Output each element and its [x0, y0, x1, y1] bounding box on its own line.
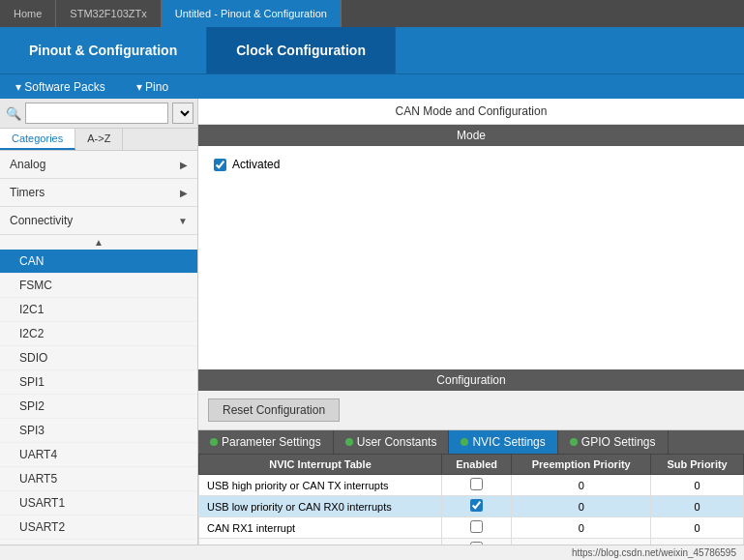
search-dropdown[interactable] — [172, 103, 193, 124]
tab-nvic-settings[interactable]: NVIC Settings — [449, 430, 557, 454]
config-header: Configuration — [198, 369, 744, 391]
panel-title: CAN Mode and Configuration — [198, 99, 744, 125]
tab-pinout[interactable]: Pinout & Configuration — [0, 27, 207, 74]
timers-arrow: ▶ — [180, 188, 188, 198]
activated-checkbox[interactable] — [214, 159, 226, 171]
reset-config-button[interactable]: Reset Configuration — [208, 398, 340, 422]
nvic-row-preemption: 0 — [512, 496, 651, 517]
timers-label: Timers — [10, 186, 45, 199]
tab-clock[interactable]: Clock Configuration — [207, 27, 396, 74]
software-packs-menu[interactable]: ▾ Software Packs — [0, 76, 121, 98]
user-dot — [345, 438, 353, 446]
nvic-row-name: CAN RX1 interrupt — [199, 517, 442, 539]
reset-btn-row: Reset Configuration — [198, 391, 744, 430]
connectivity-arrow: ▼ — [178, 216, 188, 226]
col-preemption: Preemption Priority — [512, 455, 651, 475]
nvic-row-preemption: 0 — [512, 517, 651, 539]
tab-param-label: Parameter Settings — [222, 435, 321, 449]
sidebar-item-spi3[interactable]: SPI3 — [0, 419, 197, 443]
mode-header: Mode — [198, 125, 744, 146]
tab-az[interactable]: A->Z — [75, 129, 123, 150]
col-nvic-name: NVIC Interrupt Table — [199, 455, 442, 475]
nvic-row-sub: 0 — [651, 517, 744, 539]
nvic-row-sub: 0 — [651, 496, 744, 517]
activated-row: Activated — [214, 158, 729, 171]
tab-categories[interactable]: Categories — [0, 129, 75, 150]
search-icon: 🔍 — [6, 103, 21, 123]
nvic-enabled-checkbox[interactable] — [470, 499, 483, 512]
table-row: USB low priority or CAN RX0 interrupts00 — [199, 496, 744, 517]
sidebar-item-sdio[interactable]: SDIO — [0, 346, 197, 370]
table-row: CAN RX1 interrupt00 — [199, 517, 744, 539]
category-tabs: Categories A->Z — [0, 129, 197, 151]
config-tabs: Parameter Settings User Constants NVIC S… — [198, 430, 744, 454]
main-panel: CAN Mode and Configuration Mode Activate… — [198, 99, 744, 560]
tab-gpio-settings[interactable]: GPIO Settings — [558, 430, 669, 454]
content-area: 🔍 ⚙ Categories A->Z Analog ▶ Timers ▶ Co… — [0, 99, 744, 560]
nvic-row-enabled[interactable] — [442, 496, 512, 517]
analog-label: Analog — [10, 158, 45, 171]
search-bar: 🔍 ⚙ — [0, 99, 197, 129]
nvic-row-enabled[interactable] — [442, 475, 512, 496]
gpio-dot — [570, 438, 578, 446]
main-tabs: Pinout & Configuration Clock Configurati… — [0, 27, 744, 74]
sidebar-item-uart5[interactable]: UART5 — [0, 467, 197, 491]
sidebar-item-timers[interactable]: Timers ▶ — [0, 179, 197, 207]
sidebar-item-analog[interactable]: Analog ▶ — [0, 151, 197, 179]
col-sub: Sub Priority — [651, 455, 744, 475]
status-bar: https://blog.csdn.net/weixin_45786595 — [0, 545, 744, 560]
sidebar-item-spi2[interactable]: SPI2 — [0, 395, 197, 419]
sidebar-item-uart4[interactable]: UART4 — [0, 443, 197, 467]
nvic-row-enabled[interactable] — [442, 517, 512, 539]
nav-current[interactable]: Untitled - Pinout & Configuration — [162, 0, 342, 27]
nav-chip[interactable]: STM32F103ZTx — [56, 0, 161, 27]
analog-arrow: ▶ — [180, 160, 188, 170]
top-nav: Home STM32F103ZTx Untitled - Pinout & Co… — [0, 0, 744, 27]
tab-parameter-settings[interactable]: Parameter Settings — [198, 430, 334, 454]
table-row: USB high priority or CAN TX interrupts00 — [199, 475, 744, 496]
tab-user-constants[interactable]: User Constants — [334, 430, 450, 454]
mode-section: Activated — [198, 146, 744, 183]
scroll-up-btn[interactable]: ▲ — [0, 235, 197, 250]
col-enabled: Enabled — [442, 455, 512, 475]
nvic-enabled-checkbox[interactable] — [470, 520, 483, 533]
nvic-dot — [461, 438, 468, 446]
tab-spacer — [396, 27, 744, 74]
sidebar-item-i2c2[interactable]: I2C2 — [0, 322, 197, 346]
nvic-enabled-checkbox[interactable] — [470, 478, 483, 490]
sidebar-item-fsmc[interactable]: FSMC — [0, 274, 197, 298]
nav-section: Analog ▶ Timers ▶ Connectivity ▼ ▲ CAN F… — [0, 151, 197, 560]
connectivity-label: Connectivity — [10, 214, 73, 227]
sidebar-item-usart1[interactable]: USART1 — [0, 491, 197, 516]
sidebar-item-can[interactable]: CAN — [0, 250, 197, 274]
config-section: Configuration Reset Configuration Parame… — [198, 369, 744, 560]
sub-bar: ▾ Software Packs ▾ Pino — [0, 74, 744, 99]
sidebar-item-i2c1[interactable]: I2C1 — [0, 298, 197, 322]
sidebar: 🔍 ⚙ Categories A->Z Analog ▶ Timers ▶ Co… — [0, 99, 198, 560]
sidebar-item-usart2[interactable]: USART2 — [0, 516, 197, 540]
nav-home[interactable]: Home — [0, 0, 56, 27]
sidebar-item-spi1[interactable]: SPI1 — [0, 370, 197, 395]
nvic-row-preemption: 0 — [512, 475, 651, 496]
tab-gpio-label: GPIO Settings — [581, 435, 656, 449]
pino-menu[interactable]: ▾ Pino — [121, 76, 184, 98]
sidebar-item-connectivity[interactable]: Connectivity ▼ — [0, 207, 197, 235]
param-dot — [210, 438, 218, 446]
nvic-row-name: USB low priority or CAN RX0 interrupts — [199, 496, 442, 517]
nvic-row-name: USB high priority or CAN TX interrupts — [199, 475, 442, 496]
tab-nvic-label: NVIC Settings — [472, 435, 545, 449]
search-input[interactable] — [25, 103, 168, 124]
activated-label: Activated — [232, 158, 280, 171]
tab-user-label: User Constants — [357, 435, 437, 449]
nvic-row-sub: 0 — [651, 475, 744, 496]
